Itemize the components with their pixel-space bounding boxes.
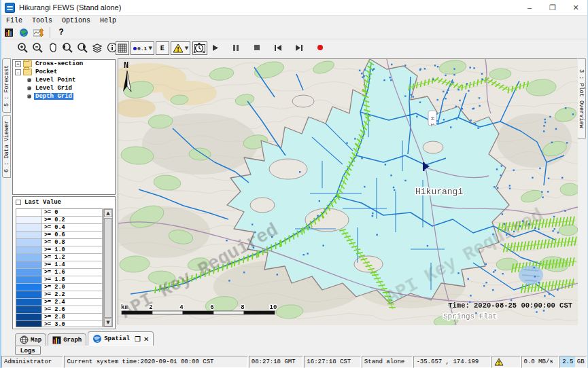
legend-label: >= 1.4: [42, 261, 65, 268]
tree-item-level-grid[interactable]: Level Grid: [13, 84, 115, 92]
hand-icon: [48, 42, 58, 53]
legend-label: >= 3.0: [42, 321, 65, 327]
maximize-button[interactable]: ❐: [541, 0, 564, 15]
tab-map-label: Map: [31, 337, 41, 344]
step-back-button[interactable]: [272, 41, 284, 54]
tree-item-pocket[interactable]: -Pocket: [13, 68, 115, 76]
pan-button[interactable]: [46, 41, 58, 54]
legend-row: >= 0.4: [16, 224, 102, 232]
legend-panel: Last Value >= 0>= 0.2>= 0.4>= 0.6>= 0.8>…: [12, 196, 116, 329]
collapse-icon[interactable]: -: [15, 69, 21, 75]
spatial-map: API Key Required API Key Required N Hiku…: [118, 59, 578, 325]
map-canvas[interactable]: API Key Required API Key Required N Hiku…: [118, 58, 577, 325]
step-forward-button[interactable]: [293, 41, 305, 54]
legend-label: >= 2.2: [42, 291, 65, 298]
legend-row: >= 3.0: [16, 321, 102, 327]
class-interval-value: 0.1: [137, 45, 147, 52]
close-button[interactable]: ✕: [564, 0, 587, 15]
expand-icon[interactable]: +: [15, 61, 21, 67]
legend-swatch: [16, 232, 42, 238]
menu-tools[interactable]: Tools: [27, 16, 57, 26]
tab-close-icon[interactable]: ✕: [143, 335, 149, 343]
label-road-h1: H 1: [430, 117, 435, 126]
zoom-out-button[interactable]: [31, 41, 44, 54]
tree-item-label[interactable]: Cross-section: [34, 60, 84, 67]
tree-item-label[interactable]: Pocket: [34, 69, 58, 75]
legend-row: >= 1.8: [16, 276, 102, 284]
play-button[interactable]: [209, 41, 221, 54]
lake: [519, 265, 543, 284]
tree-item-depth-grid[interactable]: Depth Grid: [13, 92, 115, 100]
status-cell: 08:27:18 GMT: [249, 356, 304, 368]
labels-toggle-button[interactable]: E: [156, 41, 169, 55]
minimize-button[interactable]: –: [518, 0, 541, 15]
svg-text:6: 6: [210, 304, 213, 311]
svg-text:10: 10: [270, 304, 277, 311]
zoom-previous-button[interactable]: [61, 41, 73, 54]
status-cell: 16:27:18 CST: [304, 356, 361, 368]
tab-spatial[interactable]: Spatial ❐ ✕: [88, 331, 154, 346]
tab-map[interactable]: Map: [15, 333, 46, 346]
last-value-checkbox[interactable]: [16, 200, 21, 205]
last-value-row: Last Value: [13, 197, 115, 207]
legend-row: >= 2.0: [16, 284, 102, 291]
grid-toggle-button[interactable]: [116, 41, 129, 55]
menu-file[interactable]: File: [1, 16, 27, 26]
svg-text:8: 8: [241, 304, 244, 311]
scroll-up-icon[interactable]: ▲: [104, 209, 112, 217]
timeseries-dialog-button[interactable]: [33, 26, 45, 39]
tree-item-label[interactable]: Level Grid: [34, 85, 73, 92]
tab-maximize-icon[interactable]: ❐: [135, 335, 141, 343]
animation-settings-button[interactable]: [193, 41, 205, 54]
zoom-next-button[interactable]: [76, 41, 88, 54]
legend-swatch: [16, 276, 42, 283]
map-display-button[interactable]: [18, 26, 30, 39]
layers-button[interactable]: [91, 41, 103, 54]
menu-options[interactable]: Options: [57, 16, 95, 26]
tab-forecast[interactable]: 5 : Forecast: [2, 58, 11, 113]
label-e-icon: E: [160, 45, 165, 52]
legend-swatch: [16, 269, 42, 276]
logs-button[interactable]: Logs: [15, 346, 41, 355]
globe-wire-icon: [20, 335, 29, 344]
legend-label: >= 0.6: [42, 232, 65, 238]
map-toolbar: 0.1 ▼ E ▼: [1, 39, 587, 58]
stop-button[interactable]: [251, 41, 263, 54]
record-icon: [317, 44, 324, 51]
zoom-next-icon: [76, 42, 88, 54]
pause-button[interactable]: [230, 41, 242, 54]
zoom-out-icon: [32, 42, 44, 54]
scroll-down-icon[interactable]: ▼: [104, 318, 112, 327]
legend-label: >= 1.2: [42, 254, 65, 261]
svg-text:km: km: [121, 304, 128, 311]
help-button[interactable]: ?: [55, 26, 67, 39]
tab-graph[interactable]: Graph: [48, 333, 86, 346]
class-interval-dropdown[interactable]: 0.1 ▼: [131, 41, 154, 55]
tree-item-label[interactable]: Depth Grid: [34, 93, 73, 100]
legend-scrollbar[interactable]: ▲ ▼: [103, 208, 113, 327]
menu-help[interactable]: Help: [95, 16, 121, 26]
window-controls: – ❐ ✕: [518, 0, 587, 15]
legend-label: >= 2.8: [42, 314, 65, 320]
tab-plot-overview[interactable]: 3 : Plot Overview: [576, 58, 586, 139]
tab-data-viewer[interactable]: 6 : Data Viewer: [2, 115, 11, 178]
tree-item-level-point[interactable]: Level Point: [13, 76, 115, 84]
data-display-button[interactable]: [3, 26, 15, 39]
legend-row: >= 1.4: [16, 261, 102, 269]
zoom-in-button[interactable]: [16, 41, 29, 54]
legend-row: >= 0: [16, 209, 102, 217]
legend-label: >= 0.4: [42, 224, 65, 231]
legend-label: >= 1.8: [42, 276, 65, 283]
folder-icon: [23, 69, 32, 75]
title-bar: Hikurangi FEWS (Stand alone) – ❐ ✕: [1, 0, 587, 16]
chevron-down-icon: ▼: [185, 45, 188, 51]
thresholds-dropdown[interactable]: ▼: [171, 41, 190, 55]
dot-icon: [133, 46, 137, 51]
tree-item-label[interactable]: Level Point: [34, 77, 77, 84]
scrollbar-thumb[interactable]: [104, 218, 112, 318]
status-cell: Current system time:2020-09-01 00:00 CST: [64, 356, 247, 368]
legend-label: >= 1.6: [42, 269, 65, 276]
legend-swatch: [16, 209, 42, 216]
status-warning-icon: [491, 356, 521, 368]
record-button[interactable]: [314, 41, 326, 54]
